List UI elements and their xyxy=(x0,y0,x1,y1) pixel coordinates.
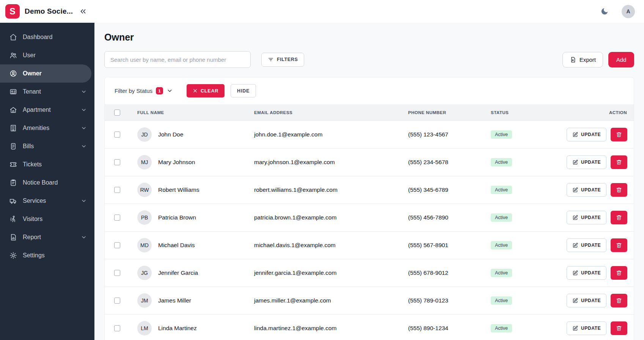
table-row: MD Michael Davis michael.davis.1@example… xyxy=(105,231,634,259)
sidebar-item-notice-board[interactable]: Notice Board xyxy=(0,174,94,192)
row-checkbox[interactable] xyxy=(114,325,120,331)
row-checkbox[interactable] xyxy=(114,132,120,138)
delete-button[interactable] xyxy=(611,238,627,252)
chevron-down-icon xyxy=(81,125,87,131)
update-button[interactable]: UPDATE xyxy=(567,321,606,335)
page-title: Owner xyxy=(104,32,634,43)
avatar: RW xyxy=(137,183,152,197)
dark-mode-toggle[interactable] xyxy=(600,7,609,16)
column-header-full-name: FULL NAME xyxy=(137,110,254,115)
update-button[interactable]: UPDATE xyxy=(567,155,606,169)
walking-person-icon xyxy=(9,215,17,223)
owner-email: john.doe.1@example.com xyxy=(254,131,408,138)
sidebar-item-report[interactable]: Report xyxy=(0,228,94,246)
delete-button[interactable] xyxy=(611,266,627,280)
avatar: JG xyxy=(137,266,152,280)
delete-button[interactable] xyxy=(611,128,627,141)
building-icon xyxy=(9,124,17,132)
sidebar-item-services[interactable]: Services xyxy=(0,192,94,210)
update-button[interactable]: UPDATE xyxy=(567,266,606,280)
filter-by-status-dropdown[interactable]: Filter by Status 1 xyxy=(115,87,173,94)
status-badge: Active xyxy=(491,186,512,194)
owner-phone: (555) 890-1234 xyxy=(408,325,491,332)
owner-phone: (555) 234-5678 xyxy=(408,159,491,166)
update-button[interactable]: UPDATE xyxy=(567,294,606,307)
filter-count-badge: 1 xyxy=(156,87,163,94)
edit-pencil-icon xyxy=(572,326,578,331)
sidebar-item-label: Bills xyxy=(23,143,34,150)
clear-filters-button[interactable]: CLEAR xyxy=(187,84,225,97)
row-checkbox[interactable] xyxy=(114,187,120,193)
sidebar-item-visitors[interactable]: Visitors xyxy=(0,210,94,228)
sidebar-item-user[interactable]: User xyxy=(0,46,94,64)
trash-icon xyxy=(616,325,622,331)
update-button-label: UPDATE xyxy=(581,270,601,276)
ticket-icon xyxy=(9,161,17,168)
delete-button[interactable] xyxy=(611,155,627,169)
sidebar-item-label: Visitors xyxy=(23,216,42,222)
sidebar-collapse-button[interactable] xyxy=(79,7,87,16)
delete-button[interactable] xyxy=(611,211,627,224)
moon-icon xyxy=(600,7,609,16)
owner-name: Mary Johnson xyxy=(158,159,195,166)
row-checkbox[interactable] xyxy=(114,215,120,221)
owner-email: michael.davis.1@example.com xyxy=(254,242,408,249)
filter-bar: Filter by Status 1 CLEAR HIDE xyxy=(105,77,634,104)
update-button[interactable]: UPDATE xyxy=(567,211,606,224)
receipt-icon xyxy=(9,143,17,150)
export-button[interactable]: Export xyxy=(562,52,603,67)
update-button[interactable]: UPDATE xyxy=(567,128,606,141)
user-avatar[interactable]: A xyxy=(622,5,635,18)
avatar-initial: A xyxy=(626,8,630,14)
sidebar-item-dashboard[interactable]: Dashboard xyxy=(0,28,94,46)
main-content: Owner FILTERS Export Add Filter by Statu… xyxy=(94,23,644,340)
update-button-label: UPDATE xyxy=(581,326,601,331)
owner-phone: (555) 456-7890 xyxy=(408,214,491,221)
clipboard-icon xyxy=(9,179,17,186)
update-button[interactable]: UPDATE xyxy=(567,183,606,197)
sidebar-item-tenant[interactable]: Tenant xyxy=(0,83,94,101)
filter-lines-icon xyxy=(268,56,274,63)
update-button[interactable]: UPDATE xyxy=(567,238,606,252)
filters-button[interactable]: FILTERS xyxy=(261,53,304,67)
delete-button[interactable] xyxy=(611,321,627,335)
owner-phone: (555) 567-8901 xyxy=(408,242,491,249)
home-icon xyxy=(9,33,17,41)
filters-button-label: FILTERS xyxy=(277,57,298,62)
add-button[interactable]: Add xyxy=(608,52,634,67)
filter-by-status-label: Filter by Status xyxy=(115,88,152,94)
column-header-status: STATUS xyxy=(491,110,567,115)
row-checkbox[interactable] xyxy=(114,298,120,304)
sidebar-item-settings[interactable]: Settings xyxy=(0,246,94,265)
sidebar-item-apartment[interactable]: Apartment xyxy=(0,101,94,119)
sidebar-item-tickets[interactable]: Tickets xyxy=(0,155,94,174)
table-row: RW Robert Williams robert.williams.1@exa… xyxy=(105,176,634,204)
owner-email: patricia.brown.1@example.com xyxy=(254,214,408,221)
update-button-label: UPDATE xyxy=(581,132,601,137)
delete-button[interactable] xyxy=(611,294,627,307)
sidebar-item-label: Tickets xyxy=(23,161,42,168)
delete-button[interactable] xyxy=(611,183,627,197)
sidebar-item-label: Notice Board xyxy=(23,179,58,186)
hide-filters-button[interactable]: HIDE xyxy=(231,84,256,97)
sidebar-item-owner[interactable]: Owner xyxy=(0,64,91,83)
id-card-icon xyxy=(9,88,17,96)
select-all-checkbox[interactable] xyxy=(114,110,120,116)
trash-icon xyxy=(616,132,622,138)
edit-pencil-icon xyxy=(572,270,578,276)
row-checkbox[interactable] xyxy=(114,270,120,276)
owner-name: Michael Davis xyxy=(158,242,195,249)
row-checkbox[interactable] xyxy=(114,242,120,248)
owner-name: Jennifer Garcia xyxy=(158,269,198,276)
status-badge: Active xyxy=(491,296,512,305)
trash-icon xyxy=(616,298,622,304)
row-checkbox[interactable] xyxy=(114,159,120,165)
sidebar: Dashboard User Owner Tenant Apartment Am… xyxy=(0,23,94,340)
owner-name: Robert Williams xyxy=(158,186,199,193)
search-input[interactable] xyxy=(104,51,251,68)
export-file-icon xyxy=(570,56,576,63)
sidebar-item-amenities[interactable]: Amenities xyxy=(0,119,94,137)
avatar: MJ xyxy=(137,155,152,169)
sidebar-item-bills[interactable]: Bills xyxy=(0,137,94,155)
table-header-row: FULL NAME EMAIL ADDRESS PHONE NUMBER STA… xyxy=(105,104,634,121)
